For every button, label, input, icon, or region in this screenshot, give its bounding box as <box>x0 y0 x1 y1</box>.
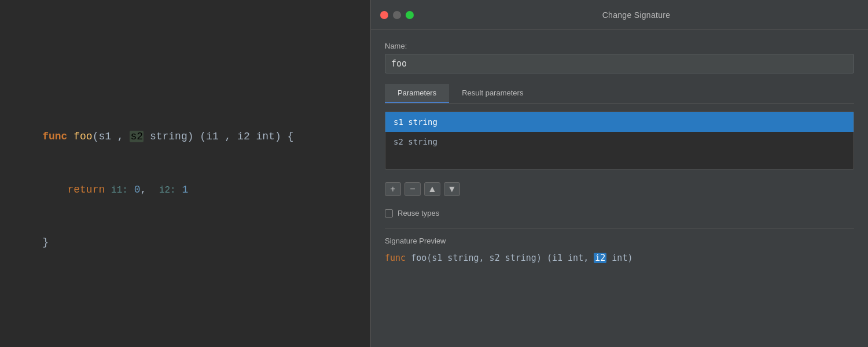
change-signature-dialog: Change Signature Name: Parameters Result… <box>370 0 868 347</box>
dialog-title: Change Signature <box>414 10 859 20</box>
tab-result-parameters[interactable]: Result parameters <box>449 84 536 103</box>
name-field-section: Name: <box>385 42 854 73</box>
remove-param-button[interactable]: − <box>404 182 421 196</box>
func-name: foo <box>73 131 92 142</box>
params-toolbar: + − ▲ ▼ <box>385 178 854 198</box>
close-button[interactable] <box>380 11 388 19</box>
code-close-brace: } <box>17 216 353 270</box>
reuse-types-checkbox[interactable] <box>385 209 393 217</box>
minimize-button[interactable] <box>393 11 401 19</box>
code-return: return i1: 0, i2: 1 <box>17 163 353 216</box>
sig-func-name: foo(s1 string, s2 string) (i1 int, <box>411 253 594 263</box>
dialog-body: Name: Parameters Result parameters s1 st… <box>371 30 868 347</box>
param-row-s1[interactable]: s1 string <box>385 112 854 132</box>
func-keyword: func <box>42 131 67 142</box>
code-editor: func foo(s1 , s2 string) (i1 , i2 int) {… <box>0 0 370 347</box>
name-input[interactable] <box>385 54 854 73</box>
traffic-lights <box>380 11 414 19</box>
dialog-titlebar: Change Signature <box>371 0 868 30</box>
move-down-button[interactable]: ▼ <box>444 182 460 196</box>
signature-preview-label: Signature Preview <box>385 237 854 245</box>
reuse-types-row: Reuse types <box>385 206 854 220</box>
reuse-types-label: Reuse types <box>398 209 439 217</box>
sig-func-keyword: func <box>385 253 406 263</box>
tab-parameters[interactable]: Parameters <box>385 84 449 103</box>
parameters-list: s1 string s2 string <box>385 112 854 169</box>
tabs-row: Parameters Result parameters <box>385 84 854 104</box>
sig-highlighted-i2: i2 <box>594 253 606 263</box>
move-up-button[interactable]: ▲ <box>424 182 440 196</box>
signature-preview-section: Signature Preview func foo(s1 string, s2… <box>385 228 854 265</box>
code-func-decl: func foo(s1 , s2 string) (i1 , i2 int) { <box>17 110 353 163</box>
name-label: Name: <box>385 42 854 50</box>
param-row-s2[interactable]: s2 string <box>385 132 854 152</box>
sig-end: int) <box>606 253 632 263</box>
signature-preview-code: func foo(s1 string, s2 string) (i1 int, … <box>385 251 854 265</box>
return-keyword: return <box>67 184 105 195</box>
maximize-button[interactable] <box>406 11 414 19</box>
add-param-button[interactable]: + <box>385 182 401 196</box>
